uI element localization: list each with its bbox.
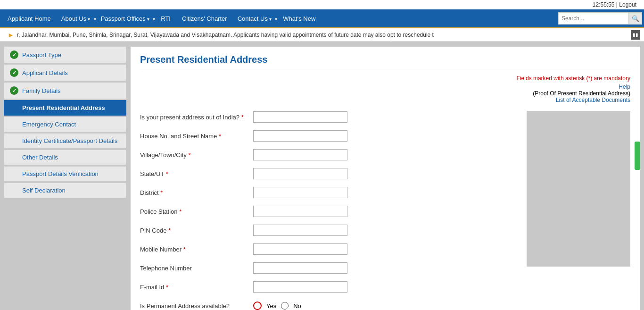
form-row-state: State/UT *	[140, 168, 519, 180]
label-text-pin-code: PIN Code	[140, 227, 166, 234]
nav-passport-offices[interactable]: Passport Offices ▾	[96, 11, 156, 26]
main-nav: Applicant Home About Us ▾ Passport Offic…	[0, 9, 644, 27]
radio-yes-text: Yes	[266, 302, 276, 310]
sidebar-label-family-details: Family Details	[22, 87, 61, 94]
sidebar-item-present-address[interactable]: Present Residential Address	[4, 100, 126, 116]
label-text-state: State/UT	[140, 170, 164, 177]
label-text-district: District	[140, 189, 159, 196]
radio-yes-label[interactable]: Yes	[266, 302, 276, 310]
label-out-of-india: Is your present address out of India? *	[140, 114, 253, 121]
label-pin-code: PIN Code *	[140, 227, 253, 234]
label-city: Village/Town/City *	[140, 151, 253, 159]
form-row-mobile: Mobile Number *	[140, 243, 519, 255]
form-row-permanent-address: Is Permanent Address available? Yes No	[140, 300, 519, 310]
address-proof-image-placeholder	[527, 111, 630, 267]
sidebar-label-applicant-details: Applicant Details	[22, 69, 68, 76]
passport-type-check-icon: ✓	[10, 50, 18, 59]
form-row-pin-code: PIN Code *	[140, 224, 519, 236]
form-row-district: District *	[140, 186, 519, 199]
radio-yes-indicator	[253, 302, 262, 310]
mandatory-note: Fields marked with asterisk (*) are mand…	[140, 75, 630, 82]
form-row-out-of-india: Is your present address out of India? *	[140, 111, 519, 123]
sidebar-label-identity-certificate: Identity Certificate/Passport Details	[22, 137, 117, 144]
label-text-email: E-mail Id	[140, 284, 164, 291]
radio-no-text: No	[293, 302, 301, 310]
search-input[interactable]	[558, 12, 629, 25]
pin-code-input[interactable]	[253, 225, 347, 236]
form-row-email: E-mail Id *	[140, 281, 519, 293]
label-district: District *	[140, 189, 253, 196]
content-panel: Present Residential Address Fields marke…	[130, 46, 640, 310]
ticker-text: r, Jalandhar, Mumbai, Pune, Shimla, Srin…	[17, 32, 434, 38]
label-email: E-mail Id *	[140, 284, 253, 291]
contact-dropdown-icon: ▾	[275, 17, 277, 22]
nav-about-us[interactable]: About Us ▾	[57, 11, 96, 26]
city-input[interactable]	[253, 149, 347, 160]
label-police-station: Police Station *	[140, 208, 253, 215]
applicant-details-check-icon: ✓	[10, 68, 18, 77]
form-fields: Is your present address out of India? * …	[140, 111, 519, 310]
ticker-pause-button[interactable]: ▮▮	[631, 30, 640, 40]
form-row-police-station: Police Station *	[140, 205, 519, 218]
help-link[interactable]: Help	[619, 84, 630, 90]
label-text-telephone: Telephone Number	[140, 265, 192, 272]
family-details-check-icon: ✓	[10, 86, 18, 95]
sidebar-item-passport-type[interactable]: ✓ Passport Type	[4, 46, 126, 63]
sidebar-label-present-address: Present Residential Address	[22, 104, 105, 111]
label-permanent-address: Is Permanent Address available?	[140, 302, 253, 310]
nav-whats-new[interactable]: What's New	[277, 11, 321, 26]
label-text-police-station: Police Station	[140, 208, 178, 215]
house-no-input[interactable]	[253, 130, 347, 142]
req-out-of-india: *	[241, 114, 244, 121]
sidebar-item-passport-verification[interactable]: Passport Details Verification	[4, 166, 126, 182]
radio-no-label[interactable]: No	[293, 302, 301, 310]
sidebar-label-other-details: Other Details	[22, 154, 58, 161]
sidebar: ✓ Passport Type ✓ Applicant Details ✓ Fa…	[4, 46, 126, 310]
label-state: State/UT *	[140, 170, 253, 177]
input-out-of-india	[253, 111, 519, 123]
label-text-out-of-india: Is your present address out of India?	[140, 114, 239, 121]
email-input[interactable]	[253, 281, 347, 293]
help-subtitle: (Proof Of Present Residential Address)	[533, 90, 630, 97]
mobile-input[interactable]	[253, 243, 347, 255]
label-text-city: Village/Town/City	[140, 151, 187, 159]
scroll-indicator[interactable]	[635, 142, 640, 170]
sidebar-item-applicant-details[interactable]: ✓ Applicant Details	[4, 64, 126, 81]
nav-citizens-charter[interactable]: Citizens' Charter	[176, 11, 233, 26]
police-station-input[interactable]	[253, 206, 347, 217]
sidebar-item-family-details[interactable]: ✓ Family Details	[4, 82, 126, 99]
state-input[interactable]	[253, 168, 347, 179]
nav-applicant-home[interactable]: Applicant Home	[2, 11, 57, 26]
help-links: Help (Proof Of Present Residential Addre…	[140, 84, 630, 103]
ticker-arrow-icon: ►	[8, 31, 14, 39]
sidebar-item-identity-certificate[interactable]: Identity Certificate/Passport Details	[4, 133, 126, 149]
telephone-input[interactable]	[253, 262, 347, 274]
form-row-telephone: Telephone Number	[140, 262, 519, 274]
sidebar-label-passport-verification: Passport Details Verification	[22, 170, 99, 177]
search-button[interactable]: 🔍	[629, 12, 642, 25]
search-area: 🔍	[558, 12, 642, 25]
form-layout: Is your present address out of India? * …	[140, 111, 630, 310]
permanent-address-radio-group: Yes No	[253, 302, 519, 310]
sidebar-item-other-details[interactable]: Other Details	[4, 150, 126, 165]
radio-no-indicator	[281, 302, 289, 310]
nav-rti[interactable]: RTI	[155, 11, 176, 26]
passport-offices-dropdown-icon: ▾	[153, 17, 155, 22]
sidebar-item-self-declaration[interactable]: Self Declaration	[4, 183, 126, 198]
label-text-permanent-address: Is Permanent Address available?	[140, 302, 230, 310]
label-house-no: House No. and Street Name *	[140, 133, 253, 140]
out-of-india-input[interactable]	[253, 111, 347, 123]
label-telephone: Telephone Number	[140, 265, 253, 272]
sidebar-label-passport-type: Passport Type	[22, 51, 61, 59]
sidebar-item-emergency-contact[interactable]: Emergency Contact	[4, 117, 126, 132]
label-text-house-no: House No. and Street Name	[140, 133, 217, 140]
acceptable-docs-link[interactable]: List of Acceptable Documents	[556, 97, 630, 103]
form-row-house-no: House No. and Street Name *	[140, 130, 519, 142]
sidebar-label-emergency-contact: Emergency Contact	[22, 121, 76, 128]
label-mobile: Mobile Number *	[140, 246, 253, 253]
district-input[interactable]	[253, 187, 347, 198]
logout-text: 12:55:55 | Logout	[593, 1, 636, 8]
nav-contact-us[interactable]: Contact Us ▾	[233, 11, 278, 26]
news-ticker: ► r, Jalandhar, Mumbai, Pune, Shimla, Sr…	[0, 27, 644, 42]
page-title: Present Residential Address	[140, 54, 630, 69]
